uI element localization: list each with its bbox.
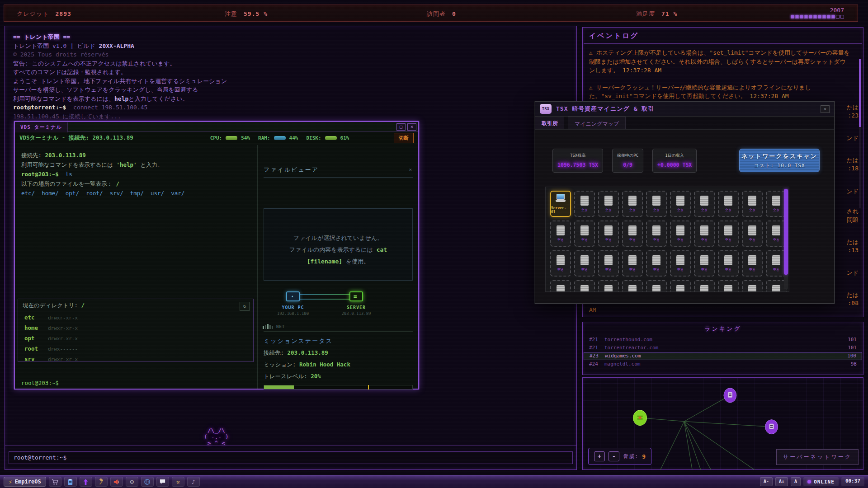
graph-node-green[interactable] — [633, 410, 647, 426]
taskbar-clock: 00:37 — [841, 477, 864, 486]
server-cell-empty[interactable]: 空き — [622, 221, 643, 247]
server-cell-empty[interactable]: 空き — [694, 221, 715, 247]
server-cell-empty[interactable]: 空き — [694, 250, 715, 277]
server-cell-empty[interactable]: 空き — [670, 221, 691, 247]
directory-row[interactable]: etcdrwxr-xr-x — [18, 312, 253, 323]
server-cell-empty[interactable]: 空き — [646, 191, 667, 217]
vds-window-tab[interactable]: VDS ターミナル — [15, 122, 68, 132]
hammer-icon[interactable] — [95, 477, 108, 487]
vds-maximize-button[interactable]: □ — [396, 123, 406, 131]
network-map: YOUR PC 192.168.1.100 SERVER 203.0.113.8… — [258, 286, 418, 331]
globe-icon[interactable] — [141, 477, 154, 487]
ranking-row[interactable]: #21torrenthound.com101 — [583, 336, 863, 344]
empireos-start-button[interactable]: ⚡ EmpireOS — [4, 477, 46, 487]
event-log-scroll-thumb[interactable] — [859, 59, 861, 127]
vds-prompt[interactable]: root@203:~$ — [15, 377, 257, 389]
vds-statusbar: VDSターミナル - 接続先: 203.0.113.89 CPU: 54% RA… — [15, 132, 418, 144]
event-log-scrollbar[interactable] — [859, 59, 861, 208]
font-decrease-button[interactable]: A- — [760, 477, 773, 486]
server-cell-empty[interactable]: 空き — [742, 221, 763, 247]
font-increase-button[interactable]: A+ — [775, 477, 788, 486]
server-cell-empty[interactable]: 空き — [670, 280, 691, 292]
vds-close-button[interactable]: × — [407, 123, 416, 131]
event-fragment: され — [846, 207, 859, 216]
pickaxe-icon[interactable]: ⚒ — [172, 477, 184, 487]
gear-icon[interactable]: ⚙ — [126, 477, 138, 487]
tab-mining-map[interactable]: マイニングマップ — [568, 117, 626, 129]
ascii-cat-art: /\_/\ ( -.- ) > ^ < — [204, 427, 229, 446]
server-cell-server-01[interactable]: Server-01 — [550, 191, 571, 217]
server-cell-empty[interactable]: 空き — [718, 280, 739, 292]
event-log-entry: ⚠ ホスティング上限が不足している場合は、"set_limit"コマンドを使用し… — [589, 48, 851, 75]
directory-row[interactable]: optdrwxr-xr-x — [18, 333, 253, 343]
server-cell-empty[interactable]: 空き — [622, 250, 643, 277]
server-cell-empty[interactable]: 空き — [622, 280, 643, 292]
mission-status: ミッションステータス 接続先: 203.0.113.89 ミッション: Robi… — [264, 331, 413, 389]
server-cell-empty[interactable]: 空き — [574, 280, 595, 292]
megaphone-icon[interactable] — [110, 477, 123, 487]
zoom-out-button[interactable]: - — [609, 451, 619, 461]
ranking-row[interactable]: #24magnetdl.com98 — [583, 360, 863, 368]
graph-node-purple-2[interactable] — [765, 420, 778, 434]
server-slot-icon — [580, 255, 589, 265]
server-cell-empty[interactable]: 空き — [670, 250, 691, 277]
server-grid: Server-01空き空き空き空き空き空き空き空き空き空き空き空き空き空き空き空… — [545, 187, 789, 292]
server-cell-empty[interactable]: 空き — [718, 191, 739, 217]
server-grid-scrollbar[interactable] — [784, 189, 788, 289]
music-icon[interactable]: ♪ — [187, 477, 200, 487]
server-cell-empty[interactable]: 空き — [718, 250, 739, 277]
server-cell-empty[interactable]: 空き — [550, 221, 571, 247]
server-grid-scroll-thumb[interactable] — [784, 189, 788, 275]
directory-row[interactable]: rootdrwx------ — [18, 343, 253, 354]
server-cell-empty[interactable]: 空き — [670, 191, 691, 217]
upgrade-arrow-icon[interactable] — [80, 477, 92, 487]
server-cell-empty[interactable]: 空き — [646, 250, 667, 277]
terminal-line: © 2025 Tous droits réservés — [13, 50, 227, 59]
server-cell-empty[interactable]: 空き — [550, 280, 571, 292]
chat-icon[interactable] — [156, 477, 169, 487]
resource-gauges: CPU: 54% RAM: 44% DISK: 61% — [210, 135, 354, 141]
server-cell-empty[interactable]: 空き — [742, 250, 763, 277]
server-cell-empty[interactable]: 空き — [550, 250, 571, 277]
zoom-in-button[interactable]: + — [594, 451, 605, 461]
meter-cell — [822, 15, 826, 19]
directory-row[interactable]: homedrwxr-xr-x — [18, 323, 253, 333]
font-reset-button[interactable]: A — [791, 477, 801, 486]
refresh-icon[interactable]: ↻ — [240, 302, 250, 311]
meter-cell — [836, 15, 840, 19]
file-viewer-close-icon[interactable]: × — [409, 167, 413, 173]
disconnect-button[interactable]: 切断 — [394, 133, 414, 143]
command-input[interactable]: root@torrent:~$ — [9, 451, 573, 464]
server-cell-empty[interactable]: 空き — [694, 280, 715, 292]
ranking-row[interactable]: #23widgames.com100 — [584, 352, 862, 360]
credits-stat: クレジット2893 — [17, 10, 71, 18]
server-cell-empty[interactable]: 空き — [622, 191, 643, 217]
server-cell-empty[interactable]: 空き — [574, 221, 595, 247]
server-cell-empty[interactable]: 空き — [574, 191, 595, 217]
server-cell-empty[interactable]: 空き — [574, 250, 595, 277]
panel-divider — [5, 446, 576, 446]
directory-row[interactable]: srvdrwxr-xr-x — [18, 354, 253, 364]
server-cell-empty[interactable]: 空き — [598, 280, 619, 292]
vds-titlebar[interactable]: VDS ターミナル □ × — [15, 122, 418, 132]
ranking-title: ランキング — [583, 322, 863, 333]
server-cell-empty[interactable]: 空き — [598, 250, 619, 277]
server-cell-empty[interactable]: 空き — [694, 191, 715, 217]
tsx-close-button[interactable]: × — [821, 105, 830, 113]
server-cell-empty[interactable]: 空き — [646, 221, 667, 247]
tab-exchange[interactable]: 取引所 — [535, 117, 564, 129]
server-cell-empty[interactable]: 空き — [598, 191, 619, 217]
scan-network-button[interactable]: ネットワークをスキャン コスト: 10.0 TSX — [739, 149, 820, 172]
server-cell-empty[interactable]: 空き — [742, 191, 763, 217]
server-cell-empty[interactable]: 空き — [646, 280, 667, 292]
clipboard-icon[interactable] — [64, 477, 77, 487]
server-cell-empty[interactable]: 空き — [598, 221, 619, 247]
vds-terminal-window: VDS ターミナル □ × VDSターミナル - 接続先: 203.0.113.… — [14, 121, 419, 389]
graph-node-purple-1[interactable] — [724, 388, 736, 403]
server-cell-empty[interactable]: 空き — [718, 221, 739, 247]
cart-icon[interactable] — [49, 477, 61, 487]
tsx-titlebar[interactable]: TSX TSX 暗号資産マイニング & 取引 × — [535, 102, 834, 117]
meter-cell — [813, 15, 817, 19]
ranking-row[interactable]: #21torrentreactor.com101 — [583, 344, 863, 352]
server-cell-empty[interactable]: 空き — [742, 280, 763, 292]
